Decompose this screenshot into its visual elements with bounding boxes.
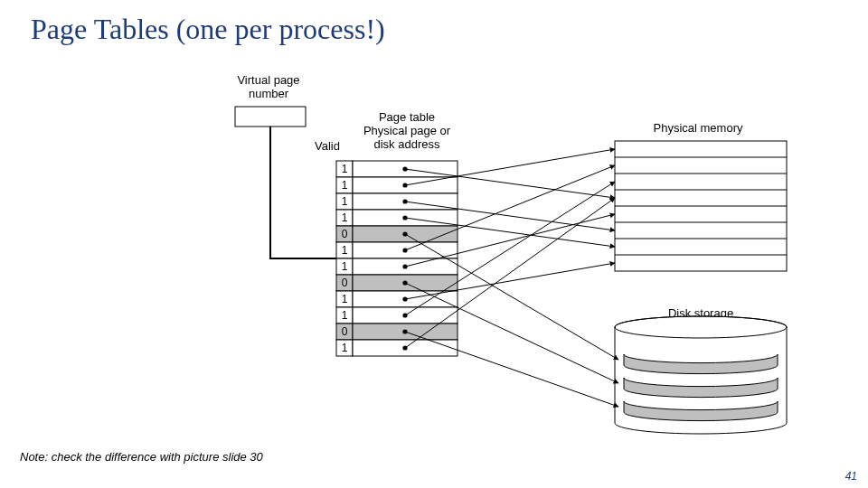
svg-line-69 bbox=[405, 332, 618, 407]
svg-text:1: 1 bbox=[342, 211, 348, 224]
svg-text:1: 1 bbox=[342, 195, 348, 208]
svg-text:1: 1 bbox=[342, 342, 348, 354]
svg-text:1: 1 bbox=[342, 244, 348, 257]
svg-text:1: 1 bbox=[342, 293, 348, 305]
svg-text:1: 1 bbox=[342, 309, 348, 322]
svg-text:1: 1 bbox=[342, 260, 348, 273]
svg-text:0: 0 bbox=[342, 228, 348, 240]
svg-text:1: 1 bbox=[342, 179, 348, 192]
svg-rect-0 bbox=[235, 107, 306, 127]
svg-text:1: 1 bbox=[342, 163, 348, 175]
page-table-diagram: 111101101101 bbox=[0, 0, 868, 488]
svg-text:0: 0 bbox=[342, 277, 348, 289]
svg-text:0: 0 bbox=[342, 325, 348, 338]
